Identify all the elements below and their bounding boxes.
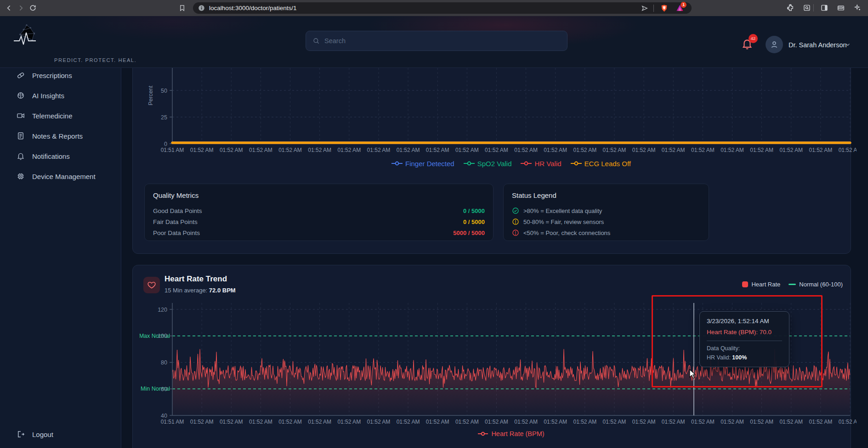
- x-tick-label: 01:52 AM: [337, 419, 361, 425]
- back-icon[interactable]: [3, 2, 15, 14]
- sidebar: PrescriptionsAI InsightsTelemedicineNote…: [0, 68, 121, 448]
- status-legend-row: >80% = Excellent data quality: [512, 205, 700, 216]
- sidebar-item-label: Notes & Reports: [32, 132, 83, 140]
- sidebar-item-notifications[interactable]: Notifications: [0, 148, 121, 164]
- status-legend-rows: >80% = Excellent data quality50-80% = Fa…: [512, 205, 700, 238]
- legend-line-icon: [789, 284, 796, 285]
- sidebar-item-label: Telemedicine: [32, 112, 73, 120]
- axis-title-text: Heart Rate (BPM): [491, 430, 544, 437]
- alert-circle-icon: [512, 229, 519, 236]
- share-icon[interactable]: [641, 5, 648, 12]
- alert-circle-icon: [512, 218, 519, 225]
- page: localhost:3000/doctor/patients/1 1: [0, 0, 868, 448]
- wallet-icon[interactable]: [835, 2, 847, 14]
- url-bar[interactable]: localhost:3000/doctor/patients/1 1: [193, 2, 692, 14]
- brave-shield-icon[interactable]: [660, 4, 669, 13]
- legend-marker-icon: [391, 161, 403, 166]
- chart-tooltip: 3/23/2026, 1:52:14 AM Heart Rate (BPM): …: [699, 311, 789, 367]
- tab-search-icon[interactable]: [801, 2, 813, 14]
- x-tick-label: 01:52 AM: [455, 147, 479, 153]
- x-tick-label: 01:52 AM: [397, 419, 420, 425]
- legend-label: ECG Leads Off: [584, 160, 631, 168]
- forward-icon[interactable]: [15, 2, 27, 14]
- global-search[interactable]: [306, 31, 567, 51]
- x-tick-label: 01:52 AM: [779, 419, 803, 425]
- x-tick-label: 01:52 AM: [691, 147, 715, 153]
- sidebar-item-label: Logout: [32, 431, 53, 438]
- svg-text:120: 120: [158, 307, 167, 313]
- app-tagline: PREDICT. PROTECT. HEAL.: [54, 57, 136, 63]
- leo-ai-icon[interactable]: [851, 2, 863, 14]
- notifications-button[interactable]: 42: [741, 38, 757, 54]
- heart-rate-legend: Heart RateNormal (60-100): [742, 281, 843, 288]
- x-tick-label: 01:52 AM: [190, 419, 214, 425]
- browser-toolbar: localhost:3000/doctor/patients/1 1: [0, 0, 868, 16]
- mouse-cursor: [689, 369, 698, 381]
- x-tick-label: 01:52 AM: [485, 419, 508, 425]
- user-name[interactable]: Dr. Sarah Anderson: [789, 41, 847, 49]
- sidebar-toggle-icon[interactable]: [818, 2, 830, 14]
- legend-item-hr-valid: HR Valid: [521, 160, 561, 168]
- urlbar-separator: [653, 5, 654, 12]
- svg-text:0: 0: [164, 141, 167, 147]
- x-tick-label: 01:52 AM: [220, 147, 243, 153]
- x-tick-label: 01:52 AM: [720, 147, 744, 153]
- x-tick-label: 01:52 AM: [809, 147, 833, 153]
- sidebar-item-ai-insights[interactable]: AI Insights: [0, 87, 121, 104]
- x-tick-label: 01:52 AM: [485, 147, 508, 153]
- hr-legend-item-heart-rate: Heart Rate: [742, 281, 780, 288]
- subtitle-label: 15 Min average:: [165, 287, 207, 294]
- x-tick-label: 01:52 AM: [662, 419, 685, 425]
- avatar[interactable]: [766, 36, 783, 53]
- legend-marker-icon: [571, 161, 582, 166]
- app-logo: [10, 21, 40, 51]
- x-tick-label: 01:52 AM: [603, 147, 626, 153]
- extension-action-icon[interactable]: 1: [675, 4, 684, 12]
- sidebar-item-logout[interactable]: Logout: [0, 426, 121, 442]
- metric-row: Poor Data Points5000 / 5000: [153, 227, 485, 238]
- sidebar-item-device-management[interactable]: Device Management: [0, 168, 121, 185]
- svg-text:Percent: Percent: [148, 85, 154, 106]
- notification-badge: 42: [749, 34, 758, 43]
- toolbar-right-area: [813, 2, 863, 14]
- brain-icon: [17, 91, 25, 100]
- legend-item-finger-detected: Finger Detected: [391, 160, 454, 168]
- x-tick-label: 01:52 AM: [337, 147, 361, 153]
- bell-icon: [17, 152, 25, 160]
- tooltip-timestamp: 3/23/2026, 1:52:14 AM: [707, 318, 782, 325]
- extension-badge: 1: [681, 2, 686, 8]
- x-tick-label: 01:52 AM: [839, 147, 857, 153]
- x-tick-label: 01:52 AM: [278, 147, 302, 153]
- hr-legend-item-normal-range: Normal (60-100): [789, 281, 843, 288]
- metric-row: Fair Data Points0 / 5000: [153, 216, 485, 227]
- metric-value: 0 / 5000: [463, 207, 485, 214]
- tooltip-metric-label: Heart Rate (BPM):: [707, 329, 758, 336]
- logout-icon: [17, 430, 25, 438]
- reload-icon[interactable]: [27, 2, 39, 14]
- search-input[interactable]: [324, 37, 561, 45]
- x-tick-label: 01:52 AM: [249, 419, 272, 425]
- bookmark-icon[interactable]: [176, 2, 188, 14]
- sensor-status-legend: Finger DetectedSpO2 ValidHR ValidECG Lea…: [172, 158, 850, 169]
- x-tick-label: 01:52 AM: [367, 147, 391, 153]
- site-info-icon[interactable]: [198, 5, 205, 11]
- axis-title-marker-icon: [478, 431, 488, 436]
- sidebar-item-telemedicine[interactable]: Telemedicine: [0, 107, 121, 124]
- x-tick-label: 01:52 AM: [308, 419, 331, 425]
- x-tick-label: 01:52 AM: [397, 147, 420, 153]
- tooltip-divider: [707, 341, 782, 341]
- legend-item-spo2-valid: SpO2 Valid: [464, 160, 512, 168]
- x-tick-label: 01:52 AM: [190, 147, 214, 153]
- chevron-down-icon[interactable]: [845, 41, 851, 50]
- tooltip-hr-valid: HR Valid: 100%: [707, 354, 782, 361]
- sensor-status-chart: 02550Percent01:51 AM01:52 AM01:52 AM01:5…: [140, 68, 857, 165]
- sidebar-item-prescriptions[interactable]: Prescriptions: [0, 67, 121, 84]
- legend-marker-icon: [521, 161, 532, 166]
- extensions-puzzle-icon[interactable]: [784, 2, 796, 14]
- main-scroll-area[interactable]: 02550Percent01:51 AM01:52 AM01:52 AM01:5…: [121, 68, 868, 448]
- legend-item-ecg-leads-off: ECG Leads Off: [571, 160, 631, 168]
- sidebar-item-notes-reports[interactable]: Notes & Reports: [0, 128, 121, 144]
- svg-text:100: 100: [158, 333, 167, 339]
- status-legend-row: <50% = Poor, check connections: [512, 227, 700, 238]
- svg-text:60: 60: [161, 386, 167, 392]
